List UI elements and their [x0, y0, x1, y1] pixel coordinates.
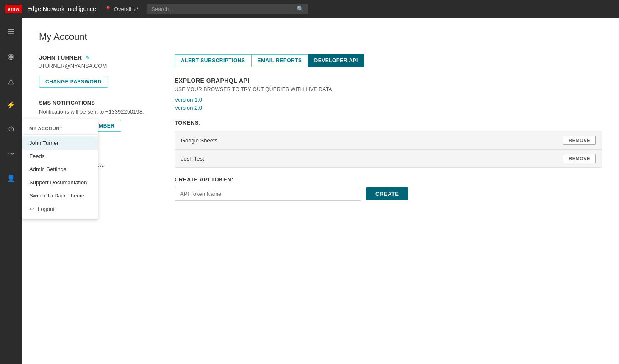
top-nav: vmw Edge Network Intelligence 📍 Overall … [0, 0, 619, 18]
create-token-label: CREATE API TOKEN: [175, 176, 602, 183]
graphql-desc: USE YOUR BROWSER TO TRY OUT QUERIES WITH… [175, 86, 602, 92]
tab-email-reports[interactable]: EMAIL REPORTS [251, 54, 308, 67]
sms-value: Notifications will be sent to +133922501… [39, 108, 149, 115]
sidebar-search-icon[interactable]: ⊙ [3, 122, 19, 136]
token-row-josh-test: Josh Test REMOVE [175, 150, 602, 167]
menu-item-feeds[interactable]: Feeds [22, 150, 98, 163]
layout: ☰ ◉ △ ⚡ ⊙ 〜 👤 MY ACCOUNT John Turner Fee… [0, 18, 619, 364]
user-name-row: JOHN TURNER ✎ [39, 54, 149, 61]
remove-google-sheets-button[interactable]: REMOVE [563, 136, 596, 145]
create-token-row: CREATE [175, 187, 602, 201]
sidebar-user-icon[interactable]: 👤 [3, 172, 19, 185]
menu-item-logout[interactable]: ↩ Logout [22, 202, 98, 216]
sidebar-analytics-icon[interactable]: ⚡ [3, 98, 19, 111]
account-dropdown: MY ACCOUNT John Turner Feeds Admin Setti… [22, 119, 98, 220]
app-title: Edge Network Intelligence [27, 6, 96, 12]
menu-item-admin-settings[interactable]: Admin Settings [22, 163, 98, 176]
edit-icon[interactable]: ✎ [85, 55, 90, 61]
sms-section-label: SMS NOTIFICATIONS [39, 100, 149, 106]
main-content: My Account JOHN TURNER ✎ JTURNER@NYANSA.… [22, 18, 619, 364]
search-icon: 🔍 [297, 6, 304, 12]
dropdown-header: MY ACCOUNT [22, 122, 98, 135]
account-layout: JOHN TURNER ✎ JTURNER@NYANSA.COM CHANGE … [39, 54, 602, 212]
sidebar-trend-icon[interactable]: 〜 [3, 146, 19, 161]
token-name-google-sheets: Google Sheets [181, 137, 563, 144]
menu-item-label: Switch To Dark Theme [29, 192, 84, 199]
logout-label: Logout [38, 206, 55, 212]
menu-item-label: Support Documentation [29, 179, 87, 186]
user-email: JTURNER@NYANSA.COM [39, 63, 149, 69]
swap-icon: ⇄ [134, 6, 139, 12]
menu-item-label: John Turner [29, 140, 58, 146]
token-name-josh-test: Josh Test [181, 156, 563, 162]
search-input[interactable] [151, 6, 293, 12]
sidebar-alert-icon[interactable]: △ [3, 74, 19, 88]
tabs-row: ALERT SUBSCRIPTIONS EMAIL REPORTS DEVELO… [175, 54, 602, 67]
version2-link[interactable]: Version 2.0 [175, 105, 602, 111]
search-bar: 🔍 [147, 4, 308, 14]
version1-link[interactable]: Version 1.0 [175, 97, 602, 103]
menu-item-john-turner[interactable]: John Turner [22, 136, 98, 150]
tokens-list: Google Sheets REMOVE Josh Test REMOVE [175, 131, 602, 168]
tab-alert-subscriptions[interactable]: ALERT SUBSCRIPTIONS [175, 54, 252, 67]
create-token-button[interactable]: CREATE [366, 187, 408, 200]
tokens-label: TOKENS: [175, 119, 602, 126]
token-row-google-sheets: Google Sheets REMOVE [175, 131, 602, 150]
menu-item-label: Feeds [29, 153, 44, 159]
user-name-text: JOHN TURNER [39, 54, 82, 61]
overall-label: Overall [114, 6, 131, 12]
overall-button[interactable]: 📍 Overall ⇄ [101, 4, 142, 14]
sidebar-menu-icon[interactable]: ☰ [3, 25, 19, 39]
remove-josh-test-button[interactable]: REMOVE [563, 154, 596, 163]
sidebar-topology-icon[interactable]: ◉ [3, 49, 19, 64]
page-title: My Account [39, 31, 602, 42]
menu-item-support-docs[interactable]: Support Documentation [22, 176, 98, 189]
icon-sidebar: ☰ ◉ △ ⚡ ⊙ 〜 👤 [0, 18, 22, 364]
location-icon: 📍 [105, 6, 111, 12]
developer-api-content: EXPLORE GRAPHQL API USE YOUR BROWSER TO … [175, 77, 602, 201]
change-password-button[interactable]: CHANGE PASSWORD [39, 76, 108, 88]
logout-icon: ↩ [29, 206, 34, 212]
api-token-name-input[interactable] [175, 187, 361, 201]
menu-item-dark-theme[interactable]: Switch To Dark Theme [22, 189, 98, 202]
menu-item-label: Admin Settings [29, 166, 66, 172]
tab-developer-api[interactable]: DEVELOPER API [308, 54, 364, 67]
vmw-logo: vmw [5, 5, 22, 13]
graphql-title: EXPLORE GRAPHQL API [175, 77, 602, 84]
account-right-panel: ALERT SUBSCRIPTIONS EMAIL REPORTS DEVELO… [175, 54, 602, 212]
